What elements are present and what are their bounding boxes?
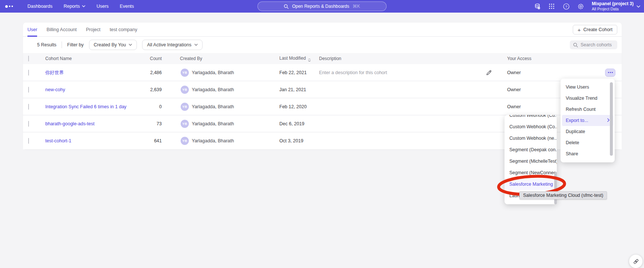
creator-name: Yarlagadda, Bharath [192, 104, 234, 109]
submenu-item-custom-webhook-1[interactable]: Custom Webhook (Cu... [505, 115, 557, 121]
row-checkbox[interactable] [28, 138, 29, 144]
nav-item-users[interactable]: Users [96, 4, 109, 9]
nav-item-events[interactable]: Events [120, 4, 134, 9]
chevron-down-icon [129, 44, 132, 46]
help-icon[interactable]: ? [563, 3, 569, 10]
table-row: Integration Sync Failed 6 times in 1 day… [23, 98, 622, 115]
cohort-count: 0 [127, 104, 162, 109]
nav-item-dashboards[interactable]: Dashboards [27, 4, 52, 9]
submenu-item-custom-webhook-2[interactable]: Custom Webhook (Co... [505, 121, 557, 133]
mixpanel-logo-icon[interactable] [5, 5, 18, 8]
menu-item-share[interactable]: Share [561, 148, 615, 159]
export-to-submenu: Custom Webhook (Cu... Custom Webhook (Co… [505, 115, 557, 204]
row-checkbox[interactable] [28, 87, 29, 93]
last-modified-date: Feb 22, 2021 [279, 70, 307, 75]
table-row: new-cohy 2,639 YB Yarlagadda, Bharath Ja… [23, 81, 622, 98]
submenu-item-segment-2[interactable]: Segment (MichelleTest) [505, 156, 557, 167]
cohort-count: 73 [127, 121, 162, 126]
cohort-search-box [570, 40, 617, 49]
menu-scrollbar-thumb[interactable] [610, 82, 613, 156]
chevron-down-icon [82, 5, 85, 7]
top-nav: Dashboards Reports Users Events Open Rep… [0, 0, 644, 13]
avatar: YB [181, 120, 189, 128]
created-by-dropdown[interactable]: Created By You [89, 40, 137, 50]
apps-grid-icon[interactable] [548, 3, 555, 10]
row-checkbox[interactable] [28, 104, 29, 110]
creator-name: Yarlagadda, Bharath [192, 121, 234, 126]
divider [62, 42, 62, 48]
tab-user[interactable]: User [27, 23, 37, 37]
share-link-button[interactable] [629, 255, 643, 268]
row-checkbox[interactable] [28, 70, 29, 76]
nav-right-cluster: ? Mixpanel (project 3) All Project Data [534, 0, 640, 13]
column-header-description: Description [319, 56, 341, 61]
menu-item-delete[interactable]: Delete [561, 137, 615, 148]
search-icon [573, 43, 578, 47]
menu-item-export-to[interactable]: Export to... [562, 115, 613, 126]
column-header-your-access: Your Access [507, 56, 532, 61]
avatar: YB [181, 86, 189, 94]
description-placeholder[interactable]: Enter a description for this cohort [319, 70, 387, 75]
row-actions-button[interactable] [605, 69, 615, 77]
menu-item-refresh-count[interactable]: Refresh Count [561, 104, 615, 115]
column-header-count: Count [127, 56, 162, 61]
project-selector[interactable]: Mixpanel (project 3) All Project Data [592, 1, 640, 11]
link-icon [633, 258, 639, 265]
cohort-name-link[interactable]: test-cohort-1 [45, 138, 71, 143]
search-icon [284, 4, 289, 9]
cohort-name-link[interactable]: Integration Sync Failed 6 times in 1 day [45, 104, 126, 109]
row-checkbox[interactable] [28, 121, 29, 127]
tab-billing-account[interactable]: Billing Account [46, 23, 76, 37]
integration-tooltip: Salesforce Marketing Cloud (sfmc-test) [519, 191, 607, 199]
row-actions-menu: View Users Visualize Trend Refresh Count… [561, 79, 615, 162]
settings-gear-icon[interactable] [577, 3, 584, 10]
project-scope: All Project Data [592, 7, 634, 11]
creator-name: Yarlagadda, Bharath [192, 138, 234, 143]
filter-bar: 5 Results Filter by Created By You All A… [23, 37, 622, 53]
menu-item-view-users[interactable]: View Users [561, 82, 615, 93]
edit-description-pencil-icon[interactable] [486, 70, 492, 76]
data-management-icon[interactable] [534, 3, 540, 10]
integrations-dropdown[interactable]: All Active Integrations [142, 40, 203, 50]
filter-by-label: Filter by [67, 42, 83, 47]
results-count: 5 Results [37, 42, 56, 47]
svg-text:?: ? [565, 4, 567, 9]
menu-item-visualize-trend[interactable]: Visualize Trend [561, 93, 615, 104]
cohort-name-link[interactable]: bharath-google-ads-test [45, 121, 95, 126]
last-modified-date: Dec 6, 2019 [279, 121, 304, 126]
column-header-last-modified[interactable]: Last Modified [279, 56, 311, 62]
menu-item-duplicate[interactable]: Duplicate [561, 126, 615, 137]
column-header-cohort-name: Cohort Name [45, 56, 72, 61]
access-level: Owner [507, 87, 521, 92]
creator-name: Yarlagadda, Bharath [192, 70, 234, 75]
last-modified-date: Oct 3, 2019 [279, 138, 303, 143]
nav-item-reports[interactable]: Reports [63, 4, 85, 9]
column-header-created-by: Created By [180, 56, 202, 61]
sort-icon [308, 59, 311, 62]
table-header: Cohort Name Count Created By Last Modifi… [23, 53, 622, 64]
nav-links: Dashboards Reports Users Events [27, 4, 134, 9]
select-all-checkbox[interactable] [28, 56, 29, 62]
tab-project[interactable]: Project [86, 23, 101, 37]
tab-test-company[interactable]: test company [110, 23, 137, 37]
access-level: Owner [507, 70, 521, 75]
creator-name: Yarlagadda, Bharath [192, 87, 234, 92]
access-level: Owner [507, 104, 521, 109]
last-modified-date: Feb 12, 2020 [279, 104, 307, 109]
submenu-item-salesforce-marketing-cloud[interactable]: Salesforce Marketing C... [505, 179, 557, 190]
search-shortcut: ⌘K [353, 4, 360, 9]
global-search-bar[interactable]: Open Reports & Dashboards ⌘K [257, 1, 387, 11]
submenu-item-segment-3[interactable]: Segment (NewConnec... [505, 167, 557, 179]
cohort-search-input[interactable] [581, 42, 614, 47]
project-name: Mixpanel (project 3) [592, 1, 634, 7]
plus-icon: + [578, 27, 581, 33]
cohort-name-link[interactable]: new-cohy [45, 87, 65, 92]
avatar: YB [181, 137, 189, 145]
cohort-name-link[interactable]: 你好世界 [45, 69, 64, 76]
last-modified-date: Jan 21, 2021 [279, 87, 306, 92]
submenu-item-custom-webhook-3[interactable]: Custom Webhook (ne... [505, 133, 557, 144]
create-cohort-button[interactable]: + Create Cohort [573, 25, 617, 34]
chevron-right-icon [607, 118, 610, 122]
submenu-item-segment-1[interactable]: Segment (Deepak con... [505, 144, 557, 156]
avatar: YB [181, 103, 189, 111]
